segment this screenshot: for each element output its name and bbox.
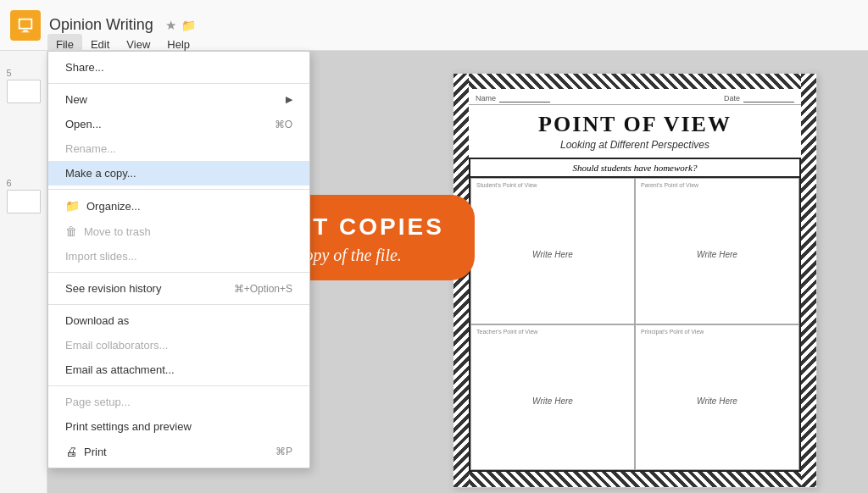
date-underline — [743, 102, 794, 102]
cell-write-3: Write Here — [641, 396, 793, 406]
slide-content: Name Date POINT OF VIEW Looking at Diffe… — [469, 89, 801, 472]
slide-sidebar: 5 6 — [0, 51, 47, 493]
slide-table: Should students have homework? Student's… — [469, 158, 801, 472]
divider-1 — [48, 83, 309, 84]
cell-label-1: Parent's Point of View — [641, 182, 793, 188]
slides-icon — [16, 16, 35, 35]
dropdown-download[interactable]: Download as — [48, 308, 309, 333]
dropdown-share[interactable]: Share... — [48, 55, 309, 80]
dropdown-print-preview[interactable]: Print settings and preview — [48, 414, 309, 439]
dropdown-make-copy[interactable]: Make a copy... — [48, 161, 309, 186]
dropdown-page-setup: Page setup... — [48, 390, 309, 414]
date-line: Date — [724, 94, 794, 102]
dropdown-move-trash: 🗑 Move to trash — [48, 219, 309, 244]
slide-thumb-6[interactable] — [7, 190, 41, 213]
cell-label-0: Student's Point of View — [476, 182, 629, 188]
dropdown-email-attach[interactable]: Email as attachment... — [48, 357, 309, 382]
border-right — [801, 74, 816, 487]
divider-4 — [48, 304, 309, 305]
border-left — [453, 74, 469, 487]
dropdown-new[interactable]: New ▶ — [48, 87, 309, 112]
slide-cell-2: Teacher's Point of View Write Here — [470, 324, 635, 471]
file-dropdown: Share... New ▶ Open... ⌘O Rename... Make… — [47, 51, 310, 468]
cell-write-0: Write Here — [476, 250, 629, 259]
slide-thumb-5[interactable] — [7, 80, 41, 103]
dropdown-email-collab: Email collaborators... — [48, 333, 309, 357]
cell-label-3: Principal's Point of View — [641, 329, 793, 335]
slide-subtitle: Looking at Different Perspectives — [469, 139, 801, 151]
slide-cell-0: Student's Point of View Write Here — [470, 178, 635, 324]
slide-name-date: Name Date — [469, 89, 801, 105]
folder-icon[interactable]: 📁 — [181, 19, 196, 32]
dropdown-print[interactable]: 🖨 Print ⌘P — [48, 439, 309, 464]
cell-write-2: Write Here — [476, 396, 629, 406]
name-underline — [499, 102, 550, 102]
slide-title: POINT OF VIEW — [469, 105, 801, 139]
date-label: Date — [724, 94, 740, 102]
slide-preview: Name Date POINT OF VIEW Looking at Diffe… — [453, 73, 817, 488]
cell-write-1: Write Here — [641, 250, 793, 259]
divider-3 — [48, 272, 309, 273]
slide-num-5: 5 — [7, 68, 41, 103]
name-line: Name — [476, 94, 550, 102]
svg-rect-1 — [20, 19, 31, 27]
svg-rect-2 — [23, 30, 28, 31]
border-bottom — [453, 472, 816, 487]
title-icons: ★ 📁 — [165, 18, 196, 33]
dropdown-rename: Rename... — [48, 136, 309, 161]
trash-icon: 🗑 — [65, 224, 77, 238]
divider-2 — [48, 189, 309, 190]
border-top — [453, 74, 816, 89]
slide-cell-1: Parent's Point of View Write Here — [635, 178, 799, 324]
cell-label-2: Teacher's Point of View — [476, 329, 629, 335]
dropdown-import: Import slides... — [48, 244, 309, 269]
star-icon[interactable]: ★ — [165, 18, 176, 33]
doc-title: Opinion Writing — [49, 16, 153, 34]
divider-5 — [48, 385, 309, 386]
slide-table-body: Student's Point of View Write Here Paren… — [470, 178, 799, 470]
slide-table-header: Should students have homework? — [470, 159, 799, 178]
dropdown-open[interactable]: Open... ⌘O — [48, 112, 309, 136]
svg-rect-3 — [21, 31, 29, 32]
app-icon — [10, 10, 41, 41]
folder-icon-small: 📁 — [65, 199, 80, 213]
name-label: Name — [476, 94, 496, 102]
dropdown-revision[interactable]: See revision history ⌘+Option+S — [48, 276, 309, 301]
slide-cell-3: Principal's Point of View Write Here — [635, 324, 799, 471]
slide-num-6: 6 — [7, 178, 41, 213]
arrow-icon: ▶ — [286, 94, 292, 105]
print-icon: 🖨 — [65, 445, 77, 458]
dropdown-organize[interactable]: 📁 Organize... — [48, 193, 309, 219]
